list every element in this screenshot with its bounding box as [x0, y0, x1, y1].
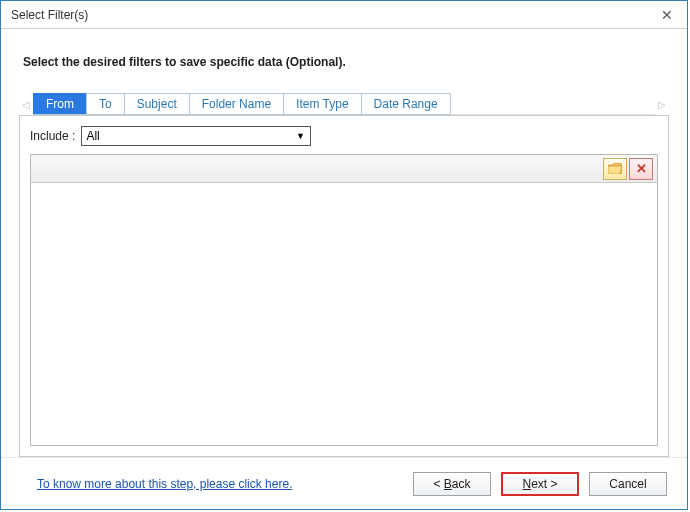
include-label: Include :: [30, 129, 75, 143]
tab-date-range[interactable]: Date Range: [361, 93, 451, 114]
list-toolbar: ✕: [31, 155, 657, 183]
titlebar: Select Filter(s) ✕: [1, 1, 687, 29]
tabs-container: From To Subject Folder Name Item Type Da…: [33, 93, 450, 115]
tab-to[interactable]: To: [86, 93, 125, 114]
back-button-label: < Back: [433, 477, 470, 491]
tab-item-type[interactable]: Item Type: [283, 93, 361, 114]
content-area: Select the desired filters to save speci…: [1, 29, 687, 457]
next-button-label: Next >: [522, 477, 557, 491]
filter-list-container: ✕: [30, 154, 658, 446]
delete-icon: ✕: [636, 162, 647, 175]
tab-scroll-right-icon[interactable]: ▷: [655, 99, 669, 110]
tab-panel-from: Include : All ▼ ✕: [19, 115, 669, 457]
include-row: Include : All ▼: [30, 126, 658, 146]
dialog-title: Select Filter(s): [11, 8, 88, 22]
tab-folder-name[interactable]: Folder Name: [189, 93, 284, 114]
include-selected-value: All: [86, 129, 99, 143]
remove-button[interactable]: ✕: [629, 158, 653, 180]
footer: To know more about this step, please cli…: [1, 457, 687, 509]
instruction-text: Select the desired filters to save speci…: [23, 55, 669, 69]
tab-from[interactable]: From: [33, 93, 87, 114]
help-link[interactable]: To know more about this step, please cli…: [37, 477, 292, 491]
button-row: < Back Next > Cancel: [413, 472, 667, 496]
filter-list-body[interactable]: [31, 183, 657, 445]
chevron-down-icon: ▼: [292, 128, 308, 144]
browse-folder-button[interactable]: [603, 158, 627, 180]
cancel-button[interactable]: Cancel: [589, 472, 667, 496]
folder-icon: [608, 163, 622, 174]
next-button[interactable]: Next >: [501, 472, 579, 496]
tab-strip-fill: [450, 93, 655, 115]
back-button[interactable]: < Back: [413, 472, 491, 496]
tab-subject[interactable]: Subject: [124, 93, 190, 114]
close-icon[interactable]: ✕: [655, 5, 679, 25]
tab-scroll-left-icon[interactable]: ◁: [19, 99, 33, 110]
include-dropdown[interactable]: All ▼: [81, 126, 311, 146]
select-filters-dialog: Select Filter(s) ✕ Select the desired fi…: [0, 0, 688, 510]
tab-strip: ◁ From To Subject Folder Name Item Type …: [19, 93, 669, 115]
